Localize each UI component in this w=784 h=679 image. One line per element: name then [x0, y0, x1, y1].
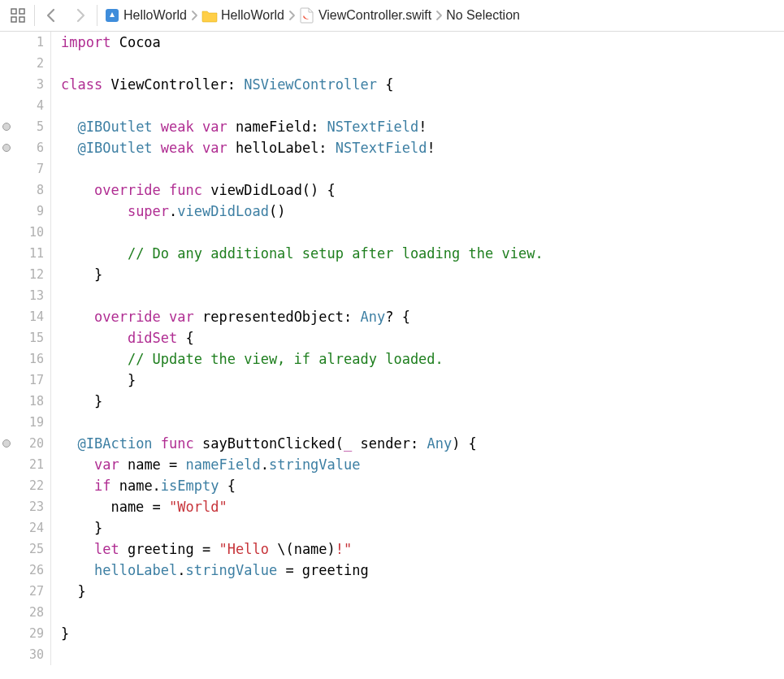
line-number: 20	[0, 433, 50, 454]
line-number: 23	[0, 496, 50, 517]
code-line[interactable]: }	[61, 623, 544, 644]
line-number: 16	[0, 348, 50, 370]
line-number: 28	[0, 602, 50, 623]
line-number: 1	[0, 32, 50, 53]
code-line[interactable]: }	[61, 264, 544, 285]
line-number: 11	[0, 243, 50, 264]
code-line[interactable]: override func viewDidLoad() {	[61, 179, 544, 201]
svg-rect-2	[11, 17, 16, 22]
line-number: 7	[0, 158, 50, 179]
code-line[interactable]: }	[61, 581, 544, 602]
line-number: 15	[0, 327, 50, 348]
code-line[interactable]: name = "World"	[61, 496, 544, 517]
line-number: 19	[0, 412, 50, 433]
line-number: 6	[0, 137, 50, 158]
code-line[interactable]: @IBOutlet weak var nameField: NSTextFiel…	[61, 116, 544, 137]
line-number: 4	[0, 95, 50, 116]
line-number: 8	[0, 179, 50, 201]
code-line[interactable]: helloLabel.stringValue = greeting	[61, 560, 544, 581]
svg-rect-3	[19, 17, 24, 22]
line-number-gutter: 1234567891011121314151617181920212223242…	[0, 32, 51, 665]
code-content[interactable]: import Cocoa class ViewController: NSVie…	[51, 32, 544, 665]
code-line[interactable]	[61, 285, 544, 306]
code-line[interactable]	[61, 602, 544, 623]
separator	[97, 5, 97, 26]
nav-back-button[interactable]	[38, 3, 64, 28]
swift-file-icon	[299, 7, 315, 24]
line-number: 3	[0, 74, 50, 95]
svg-rect-1	[19, 9, 24, 14]
code-line[interactable]: didSet {	[61, 327, 544, 348]
line-number: 12	[0, 264, 50, 285]
breadcrumb-project-label: HelloWorld	[123, 8, 187, 23]
outlet-marker-icon[interactable]	[2, 144, 11, 152]
line-number: 9	[0, 201, 50, 222]
code-line[interactable]: // Update the view, if already loaded.	[61, 348, 544, 370]
line-number: 13	[0, 285, 50, 306]
breadcrumb-folder[interactable]: HelloWorld	[201, 7, 284, 24]
code-line[interactable]: super.viewDidLoad()	[61, 201, 544, 222]
folder-icon	[201, 7, 218, 24]
line-number: 29	[0, 623, 50, 644]
code-line[interactable]	[61, 95, 544, 116]
breadcrumb-selection-label: No Selection	[446, 8, 520, 23]
line-number: 10	[0, 222, 50, 243]
code-line[interactable]: override var representedObject: Any? {	[61, 306, 544, 327]
code-line[interactable]: @IBOutlet weak var helloLabel: NSTextFie…	[61, 137, 544, 158]
chevron-right-icon	[435, 10, 443, 21]
nav-forward-button[interactable]	[67, 3, 93, 28]
line-number: 24	[0, 517, 50, 538]
line-number: 2	[0, 53, 50, 74]
code-line[interactable]: }	[61, 391, 544, 412]
code-line[interactable]: // Do any additional setup after loading…	[61, 243, 544, 264]
code-line[interactable]	[61, 53, 544, 74]
line-number: 26	[0, 560, 50, 581]
outlet-marker-icon[interactable]	[2, 123, 11, 131]
breadcrumb-project[interactable]: HelloWorld	[104, 7, 187, 24]
line-number: 17	[0, 370, 50, 391]
svg-rect-0	[11, 9, 16, 14]
outlet-marker-icon[interactable]	[2, 439, 11, 448]
breadcrumb-file-label: ViewController.swift	[318, 8, 431, 23]
line-number: 5	[0, 116, 50, 137]
line-number: 22	[0, 475, 50, 496]
separator	[34, 5, 35, 26]
code-line[interactable]	[61, 158, 544, 179]
code-editor[interactable]: 1234567891011121314151617181920212223242…	[0, 32, 784, 665]
chevron-right-icon	[288, 10, 296, 21]
related-items-icon[interactable]	[5, 3, 31, 28]
code-line[interactable]: @IBAction func sayButtonClicked(_ sender…	[61, 433, 544, 454]
jump-bar: HelloWorld HelloWorld Vi	[0, 0, 784, 32]
breadcrumb-selection[interactable]: No Selection	[446, 8, 520, 23]
breadcrumb-folder-label: HelloWorld	[221, 8, 284, 23]
line-number: 18	[0, 391, 50, 412]
line-number: 25	[0, 538, 50, 560]
line-number: 14	[0, 306, 50, 327]
code-line[interactable]: var name = nameField.stringValue	[61, 454, 544, 475]
line-number: 30	[0, 644, 50, 665]
breadcrumb-file[interactable]: ViewController.swift	[299, 7, 431, 24]
breadcrumb: HelloWorld HelloWorld Vi	[101, 0, 779, 31]
code-line[interactable]: }	[61, 370, 544, 391]
code-line[interactable]	[61, 644, 544, 665]
code-line[interactable]: let greeting = "Hello \(name)!"	[61, 538, 544, 560]
code-line[interactable]	[61, 412, 544, 433]
project-icon	[104, 7, 120, 24]
chevron-right-icon	[190, 10, 198, 21]
line-number: 27	[0, 581, 50, 602]
code-line[interactable]: }	[61, 517, 544, 538]
code-line[interactable]: class ViewController: NSViewController {	[61, 74, 544, 95]
code-line[interactable]	[61, 222, 544, 243]
code-line[interactable]: if name.isEmpty {	[61, 475, 544, 496]
line-number: 21	[0, 454, 50, 475]
code-line[interactable]: import Cocoa	[61, 32, 544, 53]
